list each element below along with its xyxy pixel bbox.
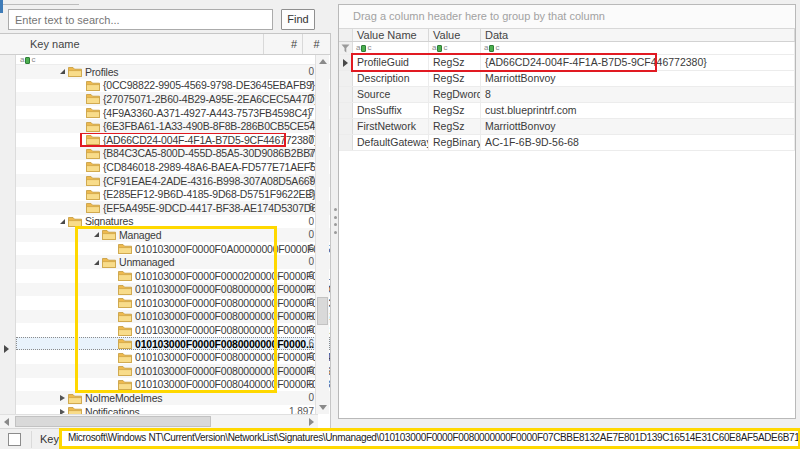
tree-row[interactable]: 010103000F0000F0080000000F0000F0D6...6 (16, 364, 330, 378)
tree-row[interactable]: 010103000F0000F0080000000F0000F0D4...6 (16, 350, 330, 364)
key-bookmark-checkbox[interactable] (8, 433, 21, 446)
tree-row[interactable]: {0CC98822-9905-4569-9798-DE3645EBAFB9}7 (16, 79, 330, 93)
tree-row[interactable]: {6E3FBA61-1A33-490B-8F8B-286B0CB5CE54}7 (16, 119, 330, 133)
values-filter-row[interactable]: ac ac ac (339, 42, 795, 55)
tree-row[interactable]: {4F9A3360-A371-4927-A443-7573FB4598C4}7 (16, 106, 330, 120)
value-name-cell: FirstNetwork (353, 119, 429, 134)
tree-row[interactable]: {E285EF12-9B6D-4185-9D68-D5751F9622EE}8 (16, 187, 330, 201)
tree-row[interactable]: {B84C3CA5-800D-455D-85A5-30D9086B2BB7}7 (16, 147, 330, 161)
scroll-right-icon[interactable] (309, 418, 314, 426)
tree-row[interactable]: {EF5A495E-9DCD-4417-BF38-AE174D5307D6}6 (16, 201, 330, 215)
folder-icon (102, 229, 116, 240)
text-filter-abc-icon: ac (356, 44, 371, 52)
horizontal-scroll-thumb[interactable] (15, 416, 211, 427)
tree-row[interactable]: Notifications1,897 (16, 405, 330, 414)
column-header-key-name[interactable]: Key name (0, 38, 263, 50)
key-name-label: Profiles (85, 66, 118, 78)
key-name-label: Signatures (85, 215, 133, 227)
value-type-cell: RegSz (429, 71, 481, 86)
column-header-data[interactable]: Data (481, 29, 795, 41)
row-indicator-cell (339, 71, 353, 86)
value-count: 6 (284, 201, 314, 215)
column-header-value-type[interactable]: Value Type (429, 29, 481, 41)
search-input[interactable] (8, 9, 273, 30)
tree-row[interactable]: Managed0 (16, 228, 330, 242)
value-count: 6 (284, 378, 314, 392)
scroll-down-icon[interactable] (319, 405, 327, 410)
text-filter-abc-icon: ac (20, 56, 35, 64)
value-count: 6 (284, 323, 314, 337)
panel-splitter-handle[interactable] (333, 208, 337, 234)
highlight-yellow-box-key-path: Microsoft\Windows NT\CurrentVersion\Netw… (59, 428, 800, 449)
expand-icon[interactable] (60, 395, 65, 401)
value-count: 7 (284, 174, 314, 188)
value-name-cell: Description (353, 71, 429, 86)
key-tree: Profiles0{0CC98822-9905-4569-9798-DE3645… (16, 65, 330, 414)
value-type-cell: RegDword (429, 87, 481, 102)
tree-row[interactable]: 010103000F0000F0080000000F0000F03C...6 (16, 296, 330, 310)
tree-row[interactable]: 010103000F0000F0A00000000F0000F075...6 (16, 242, 330, 256)
value-row[interactable]: SourceRegDword8 (339, 87, 795, 103)
collapse-icon[interactable] (60, 219, 65, 224)
collapse-icon[interactable] (94, 232, 99, 237)
scroll-up-icon[interactable] (319, 59, 327, 64)
find-button[interactable]: Find (281, 9, 315, 30)
column-header-num-subkeys[interactable]: # (302, 34, 330, 54)
value-count: 7 (284, 106, 314, 120)
folder-icon (86, 121, 100, 132)
value-count: 6 (284, 350, 314, 364)
folder-icon (118, 243, 132, 254)
value-count: 0 (284, 391, 314, 405)
tab-strip-line (3, 4, 79, 5)
value-row[interactable]: FirstNetworkRegSzMarriottBonvoy (339, 119, 795, 135)
value-row[interactable]: DefaultGatewayMacRegBinaryAC-1F-6B-9D-56… (339, 135, 795, 151)
folder-icon (68, 66, 82, 77)
collapse-icon[interactable] (94, 260, 99, 265)
value-row[interactable]: DescriptionRegSzMarriottBonvoy (339, 71, 795, 87)
column-header-value-name[interactable]: Value Name (353, 29, 429, 41)
value-count: 7 (284, 79, 314, 93)
tree-row[interactable]: {CF91EAE4-2ADE-4316-B998-307A08D5A669}7 (16, 174, 330, 188)
tree-header-row: Key name # values # (0, 34, 330, 55)
folder-icon (86, 161, 100, 172)
tree-filter-row[interactable]: ac (0, 55, 330, 65)
tree-row[interactable]: 010103000F0000F0080000000F0000...6 (16, 337, 330, 351)
value-data-cell: {AD66CD24-004F-4F1A-B7D5-9CF446772380} (481, 55, 795, 70)
column-header-num-values[interactable]: # values (263, 34, 297, 54)
vertical-scroll-thumb[interactable] (317, 297, 328, 325)
tree-row[interactable]: 010103000F0000F0080400000F0000F0A3...6 (16, 378, 330, 392)
tree-row[interactable]: {27075071-2B60-4B29-A95E-2EA6CEC5A47D}7 (16, 92, 330, 106)
tree-row[interactable]: 010103000F0000F0080000000F0000F062...6 (16, 323, 330, 337)
tree-row[interactable]: Profiles0 (16, 65, 330, 79)
tree-row[interactable]: Unmanaged0 (16, 255, 330, 269)
tree-vertical-scrollbar[interactable] (315, 55, 329, 414)
value-count: 6 (284, 364, 314, 378)
tree-row[interactable]: 010103000F0000F0080000000F0000F0461...6 (16, 310, 330, 324)
scroll-left-icon[interactable] (4, 418, 9, 426)
tree-row[interactable]: {AD66CD24-004F-4F1A-B7D5-9CF446772380}7 (16, 133, 330, 147)
tree-row[interactable]: Signatures0 (16, 215, 330, 229)
key-name-label: NoImeModeImes (85, 392, 162, 404)
tree-row[interactable]: NoImeModeImes0 (16, 391, 330, 405)
row-indicator-cell (339, 55, 353, 70)
value-count: 6 (284, 269, 314, 283)
key-tree-panel: Key name # values # ac Profiles0{0CC9882… (0, 33, 331, 428)
folder-icon (68, 393, 82, 404)
tree-row[interactable]: 010103000F0000F0000200000F0000F0E1...6 (16, 269, 330, 283)
group-by-hint[interactable]: Drag a column header here to group by th… (339, 5, 795, 28)
value-row[interactable]: DnsSuffixRegSzcust.blueprintrf.com (339, 103, 795, 119)
value-count: 8 (284, 187, 314, 201)
folder-icon (118, 379, 132, 390)
folder-icon (118, 270, 132, 281)
tree-row[interactable]: {CD846018-2989-48A6-BAEA-FD577E71AEF5}7 (16, 160, 330, 174)
tree-horizontal-scrollbar[interactable] (0, 414, 318, 428)
value-type-cell: RegBinary (429, 135, 481, 150)
value-count: 1,897 (284, 405, 314, 414)
tree-row-indicator-column (0, 55, 16, 414)
key-name-label: {4F9A3360-A371-4927-A443-7573FB4598C4} (103, 107, 311, 119)
value-row[interactable]: ProfileGuidRegSz{AD66CD24-004F-4F1A-B7D5… (339, 55, 795, 71)
value-data-cell: 8 (481, 87, 795, 102)
collapse-icon[interactable] (60, 69, 65, 74)
tree-row[interactable]: 010103000F0000F0080000000F0000F01D...6 (16, 283, 330, 297)
value-type-cell: RegSz (429, 119, 481, 134)
